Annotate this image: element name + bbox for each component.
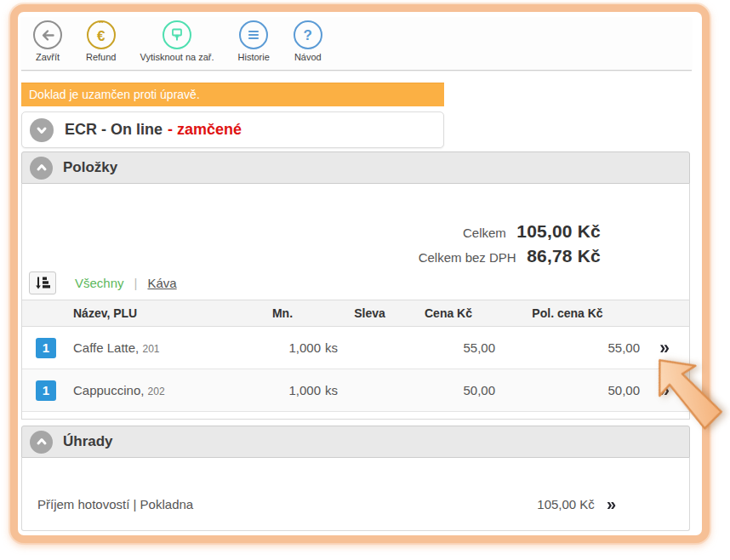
chevron-up-icon[interactable] — [30, 157, 53, 180]
table-row: 1 Cappuccino, 202 1,000ks 50,00 50,00 » — [22, 369, 689, 412]
table-row: 1 Caffe Latte, 201 1,000ks 55,00 55,00 » — [22, 327, 689, 369]
row-detail-chevron[interactable]: » — [640, 338, 689, 357]
items-section-body: Celkem 105,00 Kč Celkem bez DPH 86,78 Kč… — [21, 184, 690, 420]
total-value: 105,00 Kč — [516, 221, 601, 241]
payment-method-label: Příjem hotovostí | Pokladna — [37, 497, 537, 511]
filter-separator: | — [134, 276, 138, 290]
item-plu: 201 — [142, 343, 159, 355]
page-frame: Zavřít ˆ € Refund Vytisknout na zař. — [10, 4, 710, 543]
filter-category-link[interactable]: Káva — [147, 276, 176, 290]
payments-section-title: Úhrady — [63, 433, 113, 450]
item-unit: ks — [325, 340, 338, 355]
item-name: Cappuccino, — [73, 383, 144, 397]
toolbar-history-button[interactable]: Historie — [238, 20, 270, 62]
items-section-title: Položky — [63, 159, 117, 176]
payments-section-header[interactable]: Úhrady — [21, 426, 690, 458]
col-header-qty: Mn. — [227, 306, 338, 320]
row-detail-chevron[interactable]: » — [640, 380, 689, 399]
item-qty: 1,000 — [288, 383, 321, 397]
locked-banner: Doklad je uzamčen proti úpravě. — [21, 83, 444, 106]
col-header-item-price: Pol. cena Kč — [495, 306, 640, 320]
back-arrow-icon — [33, 20, 62, 49]
total-net-label: Celkem bez DPH — [419, 250, 516, 265]
total-label: Celkem — [463, 226, 506, 240]
locked-banner-text: Doklad je uzamčen proti úpravě. — [29, 88, 200, 101]
toolbar-print-button[interactable]: Vytisknout na zař. — [140, 20, 214, 62]
filter-all-link[interactable]: Všechny — [75, 276, 124, 290]
items-section-header[interactable]: Položky — [21, 151, 690, 184]
payment-detail-chevron[interactable]: » — [607, 495, 616, 513]
payment-row: Příjem hotovostí | Pokladna 105,00 Kč » — [22, 489, 689, 519]
toolbar-close-label: Zavřít — [36, 52, 60, 62]
ecr-panel[interactable]: ECR - On line - zamčené — [21, 111, 444, 148]
payment-amount: 105,00 Kč — [537, 497, 595, 511]
item-unit: ks — [325, 383, 338, 397]
payments-section-body: Příjem hotovostí | Pokladna 105,00 Kč » — [21, 458, 690, 531]
toolbar-help-label: Návod — [294, 52, 322, 62]
total-net-value: 86,78 Kč — [527, 246, 601, 266]
col-header-price: Cena Kč — [402, 306, 495, 320]
toolbar: Zavřít ˆ € Refund Vytisknout na zař. — [21, 17, 692, 71]
help-icon: ? — [294, 20, 322, 49]
toolbar-history-label: Historie — [238, 52, 270, 62]
print-to-device-icon — [163, 20, 191, 49]
toolbar-print-label: Vytisknout na zař. — [140, 52, 214, 62]
item-plu: 202 — [148, 386, 165, 397]
item-qty: 1,000 — [288, 340, 321, 355]
toolbar-help-button[interactable]: ? Návod — [294, 20, 322, 62]
item-name: Caffe Latte, — [73, 340, 139, 355]
history-list-icon — [239, 20, 268, 49]
chevron-down-icon[interactable] — [30, 118, 54, 142]
refund-euro-icon: ˆ € — [87, 20, 116, 49]
toolbar-close-button[interactable]: Zavřít — [33, 20, 62, 62]
table-header: Název, PLU Mn. Sleva Cena Kč Pol. cena K… — [22, 300, 689, 327]
sort-amount-icon — [34, 275, 51, 291]
toolbar-refund-button[interactable]: ˆ € Refund — [86, 20, 116, 62]
item-total-price: 50,00 — [495, 383, 640, 397]
ecr-status-locked: - zamčené — [168, 121, 242, 139]
filter-row: Všechny | Káva — [29, 271, 177, 294]
col-header-name: Název, PLU — [73, 306, 227, 320]
ecr-title: ECR - On line — [65, 121, 163, 139]
item-price: 50,00 — [402, 383, 495, 397]
qty-badge: 1 — [36, 380, 56, 401]
item-total-price: 55,00 — [495, 340, 640, 355]
col-header-discount: Sleva — [338, 306, 402, 320]
sort-button[interactable] — [29, 271, 56, 294]
chevron-up-icon[interactable] — [30, 431, 53, 454]
toolbar-refund-label: Refund — [86, 52, 116, 62]
qty-badge: 1 — [36, 338, 56, 358]
item-price: 55,00 — [402, 340, 495, 355]
totals-block: Celkem 105,00 Kč Celkem bez DPH 86,78 Kč — [419, 220, 601, 269]
